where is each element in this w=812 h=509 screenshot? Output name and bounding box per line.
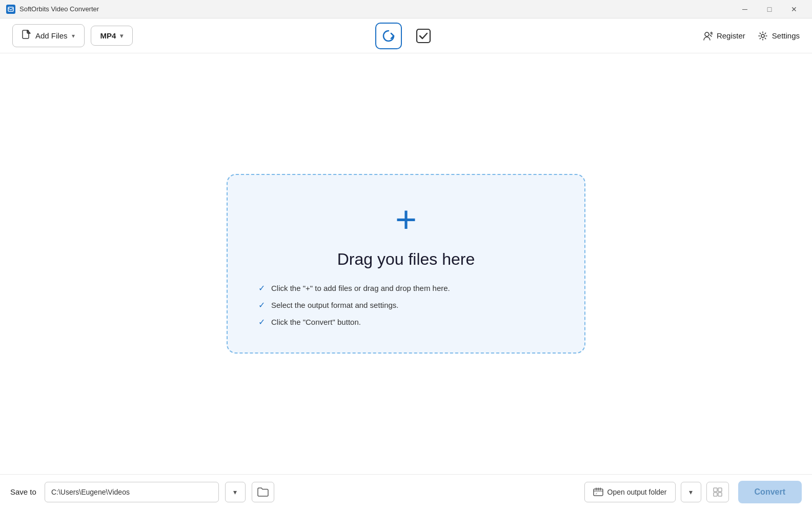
instruction-item-3: ✓ Click the "Convert" button. [258, 317, 450, 327]
add-files-button[interactable]: Add Files ▾ [12, 24, 85, 47]
grid-view-button[interactable] [706, 482, 729, 502]
browse-folder-button[interactable] [252, 482, 274, 502]
svg-rect-8 [714, 488, 717, 492]
svg-text:✓: ✓ [595, 492, 598, 495]
instruction-text-3: Click the "Convert" button. [271, 318, 361, 326]
minimize-button[interactable]: ─ [733, 0, 757, 18]
register-button[interactable]: Register [703, 31, 745, 41]
dropdown-arrow-icon: ▾ [233, 488, 237, 496]
svg-rect-0 [8, 7, 13, 11]
add-files-label: Add Files [35, 31, 68, 40]
instruction-item-1: ✓ Click the "+" to add files or drag and… [258, 283, 450, 293]
check-button[interactable] [410, 23, 437, 49]
instruction-text-2: Select the output format and settings. [271, 301, 398, 309]
format-button[interactable]: MP4 ▾ [91, 26, 133, 46]
instruction-item-2: ✓ Select the output format and settings. [258, 300, 450, 310]
open-folder-dropdown-icon: ▾ [689, 488, 693, 496]
main-content: + Drag you files here ✓ Click the "+" to… [0, 53, 812, 474]
toolbar-left: Add Files ▾ MP4 ▾ [12, 24, 703, 47]
save-path-dropdown-button[interactable]: ▾ [225, 482, 246, 502]
toolbar: Add Files ▾ MP4 ▾ [0, 18, 812, 53]
settings-label: Settings [772, 31, 800, 40]
check-icon-3: ✓ [258, 317, 265, 327]
instruction-text-1: Click the "+" to add files or drag and d… [271, 284, 450, 292]
convert-start-button[interactable]: Convert [738, 481, 802, 503]
save-path-input[interactable] [45, 482, 219, 502]
drop-zone[interactable]: + Drag you files here ✓ Click the "+" to… [227, 174, 585, 354]
window-controls: ─ □ ✕ [733, 0, 806, 18]
bottom-bar: Save to ▾ ✓ Open output folder ▾ [0, 474, 812, 509]
svg-point-5 [761, 34, 764, 37]
check-icon-1: ✓ [258, 283, 265, 293]
drop-instructions: ✓ Click the "+" to add files or drag and… [258, 283, 450, 327]
settings-button[interactable]: Settings [758, 31, 800, 41]
svg-rect-11 [718, 493, 722, 496]
svg-rect-9 [718, 488, 722, 492]
format-label: MP4 [100, 31, 116, 40]
drop-zone-title: Drag you files here [337, 250, 475, 269]
bottom-bar-right: ✓ Open output folder ▾ Convert [584, 481, 802, 503]
open-folder-dropdown-button[interactable]: ▾ [681, 482, 701, 502]
svg-rect-3 [417, 29, 430, 43]
app-icon [6, 5, 15, 14]
toolbar-right: Register Settings [703, 31, 800, 41]
maximize-button[interactable]: □ [758, 0, 781, 18]
check-icon-2: ✓ [258, 300, 265, 310]
svg-rect-1 [23, 30, 29, 38]
open-output-folder-button[interactable]: ✓ Open output folder [584, 482, 676, 502]
file-icon [22, 30, 31, 42]
svg-rect-10 [714, 493, 717, 496]
convert-button[interactable] [375, 23, 402, 49]
open-folder-label: Open output folder [607, 488, 667, 496]
toolbar-center [375, 23, 437, 49]
register-label: Register [717, 31, 745, 40]
title-bar: SoftOrbits Video Converter ─ □ ✕ [0, 0, 812, 18]
add-files-dropdown-icon: ▾ [72, 32, 75, 40]
drop-plus-icon: + [395, 201, 417, 238]
save-to-label: Save to [10, 487, 36, 496]
close-button[interactable]: ✕ [782, 0, 806, 18]
format-dropdown-icon: ▾ [120, 32, 123, 40]
app-title: SoftOrbits Video Converter [19, 5, 733, 13]
svg-point-4 [705, 32, 709, 36]
